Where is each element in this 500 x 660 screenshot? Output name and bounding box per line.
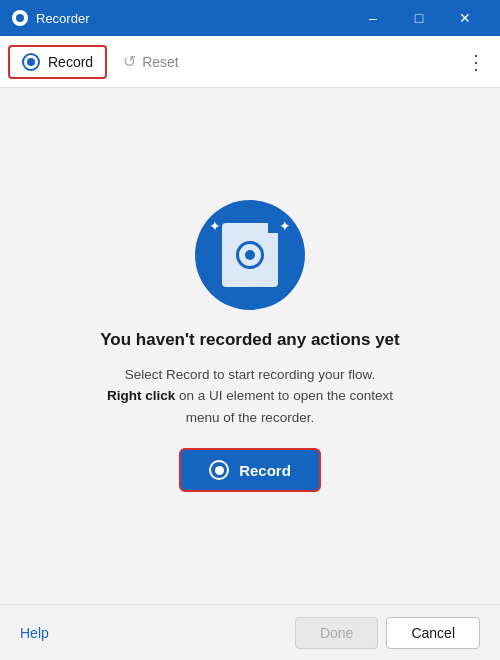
window-controls: – □ ✕ <box>350 0 488 36</box>
footer-buttons: Done Cancel <box>295 617 480 649</box>
toolbar-record-icon-inner <box>27 58 35 66</box>
main-record-button-icon-inner <box>215 466 224 475</box>
app-title: Recorder <box>36 11 89 26</box>
maximize-button[interactable]: □ <box>396 0 442 36</box>
toolbar-record-icon <box>22 53 40 71</box>
toolbar: Record ↺ Reset ⋮ <box>0 36 500 88</box>
title-bar-left: Recorder <box>12 10 89 26</box>
toolbar-more-button[interactable]: ⋮ <box>460 46 492 78</box>
done-button: Done <box>295 617 378 649</box>
record-circle-inner <box>245 250 255 260</box>
reset-icon: ↺ <box>123 52 136 71</box>
record-circle-icon <box>236 241 264 269</box>
cancel-button[interactable]: Cancel <box>386 617 480 649</box>
toolbar-record-label: Record <box>48 54 93 70</box>
main-heading: You haven't recorded any actions yet <box>90 330 410 350</box>
app-icon <box>12 10 28 26</box>
minimize-button[interactable]: – <box>350 0 396 36</box>
document-icon <box>222 223 278 287</box>
toolbar-reset-button[interactable]: ↺ Reset <box>111 46 191 77</box>
toolbar-reset-label: Reset <box>142 54 179 70</box>
description-part2: on a UI element to open the context menu… <box>179 388 393 425</box>
toolbar-record-button[interactable]: Record <box>8 45 107 79</box>
main-record-button-icon <box>209 460 229 480</box>
title-bar: Recorder – □ ✕ <box>0 0 500 36</box>
description-bold: Right click <box>107 388 175 403</box>
main-record-button[interactable]: Record <box>179 448 321 492</box>
recorder-illustration: ✦ ✦ <box>195 200 305 310</box>
close-button[interactable]: ✕ <box>442 0 488 36</box>
sparkle-left: ✦ <box>209 218 221 234</box>
main-record-button-label: Record <box>239 462 291 479</box>
main-description: Select Record to start recording your fl… <box>90 364 410 429</box>
description-part1: Select Record to start recording your fl… <box>125 367 376 382</box>
footer: Help Done Cancel <box>0 604 500 660</box>
sparkle-right: ✦ <box>279 218 291 234</box>
main-content: ✦ ✦ You haven't recorded any actions yet… <box>0 88 500 604</box>
help-button[interactable]: Help <box>20 625 49 641</box>
info-text-block: You haven't recorded any actions yet Sel… <box>90 330 410 429</box>
